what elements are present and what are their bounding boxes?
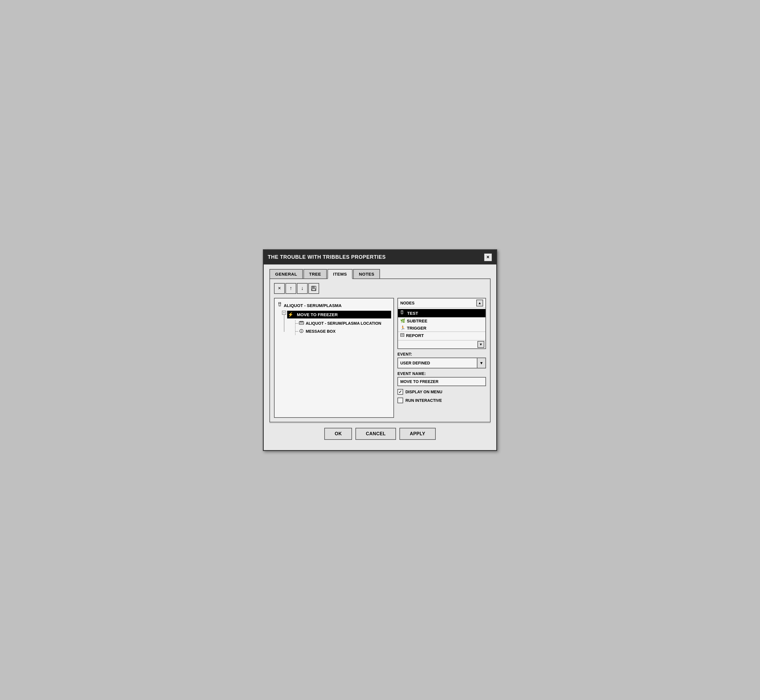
- nodes-tube-icon: [400, 311, 404, 316]
- run-interactive-row: RUN INTERACTIVE: [397, 398, 486, 403]
- nodes-title: NODES: [400, 301, 414, 305]
- expand-icon[interactable]: −: [282, 311, 286, 315]
- nodes-scroll-up-button[interactable]: ▲: [476, 300, 483, 306]
- tree-root-label: ALIQUOT - SERUM/PLASMA: [284, 303, 342, 308]
- nodes-item-1[interactable]: 🌿 SUBTREE: [398, 317, 485, 325]
- tray-icon: [299, 321, 304, 326]
- tree-child-1-label: MESSAGE BOX: [306, 329, 335, 334]
- main-dialog: THE TROUBLE WITH TRIBBLES PROPERTIES × G…: [263, 249, 497, 451]
- tab-tree[interactable]: TREE: [303, 269, 327, 279]
- run-interactive-label: RUN INTERACTIVE: [405, 398, 442, 403]
- tree-root-item[interactable]: ALIQUOT - SERUM/PLASMA: [277, 301, 391, 309]
- event-label: EVENT:: [397, 352, 486, 356]
- display-on-menu-checkbox[interactable]: ✓: [397, 389, 403, 395]
- tree-panel: ALIQUOT - SERUM/PLASMA − ⚡ MOVE TO FREEZ…: [274, 298, 394, 418]
- title-bar: THE TROUBLE WITH TRIBBLES PROPERTIES ×: [264, 250, 496, 264]
- event-section: EVENT: USER DEFINED ▼: [397, 352, 486, 369]
- save-icon: [311, 286, 317, 291]
- event-name-label: EVENT NAME:: [397, 371, 486, 376]
- dialog-body: GENERAL TREE ITEMS NOTES × ↑ ↓: [264, 264, 496, 450]
- tube-icon: [277, 302, 282, 309]
- event-name-input[interactable]: [397, 377, 486, 386]
- report-icon: [400, 333, 404, 338]
- nodes-box: NODES ▲ TEST: [397, 298, 486, 349]
- tree-selected-label: MOVE TO FREEZER: [295, 312, 339, 317]
- nodes-scroll-down-area: ▼: [398, 340, 485, 348]
- svg-text:i: i: [301, 330, 302, 333]
- content-panels: ALIQUOT - SERUM/PLASMA − ⚡ MOVE TO FREEZ…: [274, 298, 486, 418]
- save-button[interactable]: [308, 283, 319, 294]
- nodes-item-0-label: TEST: [405, 310, 420, 316]
- tab-items[interactable]: ITEMS: [327, 269, 353, 279]
- trigger-icon: 🏃: [400, 326, 405, 330]
- nodes-list: TEST 🌿 SUBTREE 🏃 TRIGGER: [398, 308, 485, 340]
- nodes-item-1-label: SUBTREE: [407, 319, 427, 323]
- tab-general[interactable]: GENERAL: [269, 269, 303, 279]
- move-up-button[interactable]: ↑: [285, 283, 296, 294]
- lightning-icon: ⚡: [288, 312, 293, 317]
- nodes-header: NODES ▲: [398, 298, 485, 308]
- close-button[interactable]: ×: [484, 253, 492, 262]
- tree-selected-item[interactable]: ⚡ MOVE TO FREEZER: [287, 311, 391, 319]
- event-dropdown-arrow[interactable]: ▼: [477, 358, 485, 368]
- tab-bar: GENERAL TREE ITEMS NOTES: [269, 269, 491, 279]
- toolbar: × ↑ ↓: [274, 283, 486, 294]
- cancel-button[interactable]: CANCEL: [355, 428, 396, 440]
- nodes-item-0[interactable]: TEST: [398, 309, 485, 317]
- display-on-menu-row: ✓ DISPLAY ON MENU: [397, 389, 486, 395]
- event-dropdown[interactable]: USER DEFINED ▼: [397, 358, 486, 369]
- display-on-menu-label: DISPLAY ON MENU: [405, 389, 442, 394]
- svg-rect-3: [313, 286, 314, 288]
- dialog-title: THE TROUBLE WITH TRIBBLES PROPERTIES: [268, 254, 386, 260]
- message-icon: i: [299, 329, 304, 334]
- svg-rect-16: [400, 334, 404, 336]
- move-down-button[interactable]: ↓: [297, 283, 308, 294]
- apply-button[interactable]: APPLY: [399, 428, 435, 440]
- tree-children: ALIQUOT - SERUM/PLASMA LOCATION i: [295, 320, 391, 335]
- svg-rect-5: [279, 305, 281, 306]
- tree-child-1[interactable]: i MESSAGE BOX: [298, 328, 391, 335]
- nodes-item-2-label: TRIGGER: [407, 326, 426, 330]
- nodes-item-3-label: REPORT: [406, 333, 424, 338]
- run-interactive-checkbox[interactable]: [397, 398, 403, 403]
- right-panel: NODES ▲ TEST: [397, 298, 486, 418]
- event-name-section: EVENT NAME:: [397, 371, 486, 386]
- tab-notes[interactable]: NOTES: [353, 269, 380, 279]
- delete-button[interactable]: ×: [274, 283, 285, 294]
- svg-rect-2: [312, 289, 316, 291]
- tab-content: × ↑ ↓: [269, 278, 491, 422]
- nodes-item-3[interactable]: REPORT: [398, 331, 485, 339]
- nodes-item-2[interactable]: 🏃 TRIGGER: [398, 325, 485, 331]
- subtree-icon: 🌿: [400, 319, 405, 323]
- tree-child-0-label: ALIQUOT - SERUM/PLASMA LOCATION: [306, 321, 381, 326]
- nodes-scroll-down-button[interactable]: ▼: [477, 341, 484, 348]
- ok-button[interactable]: OK: [324, 428, 352, 440]
- tree-child-0[interactable]: ALIQUOT - SERUM/PLASMA LOCATION: [298, 320, 391, 327]
- event-value: USER DEFINED: [398, 359, 477, 367]
- bottom-bar: OK CANCEL APPLY: [269, 423, 491, 444]
